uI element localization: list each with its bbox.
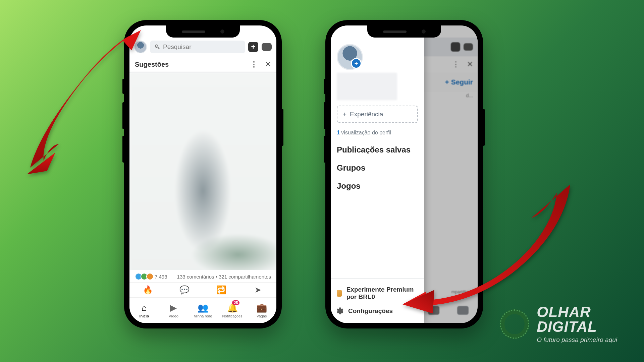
nav-home[interactable]: ⌂ Início bbox=[129, 298, 159, 323]
plus-icon: + bbox=[343, 111, 346, 118]
nav-video[interactable]: ▶ Vídeo bbox=[159, 298, 189, 323]
nav-notifications[interactable]: 🔔 25 Notificações bbox=[218, 298, 247, 323]
add-experience-button[interactable]: + Experiência bbox=[337, 106, 418, 123]
phone-notch bbox=[367, 25, 441, 38]
send-button[interactable]: ➤ bbox=[240, 283, 277, 297]
add-photo-icon[interactable]: + bbox=[351, 58, 362, 69]
profile-views[interactable]: 1 visualização do perfil bbox=[337, 130, 418, 136]
experience-label: Experiência bbox=[350, 111, 383, 118]
notification-badge: 25 bbox=[232, 300, 239, 305]
menu-saved-posts[interactable]: Publicações salvas bbox=[337, 145, 418, 155]
repost-button[interactable]: 🔁 bbox=[203, 283, 240, 297]
annotation-arrow-settings bbox=[402, 181, 577, 315]
profile-avatar[interactable]: + bbox=[337, 44, 361, 68]
settings-label: Configurações bbox=[348, 307, 393, 315]
brand-tagline: O futuro passa primeiro aqui bbox=[537, 336, 617, 344]
reaction-icons bbox=[135, 273, 152, 280]
messages-button[interactable] bbox=[262, 43, 272, 51]
react-button[interactable]: 🔥 bbox=[129, 283, 166, 297]
reactions-count: 7.493 bbox=[155, 274, 167, 280]
post-actions: 🔥 💬 🔁 ➤ bbox=[129, 282, 276, 298]
bottom-nav: ⌂ Início ▶ Vídeo 👥 Minha rede 🔔 25 Notif… bbox=[129, 298, 276, 323]
gear-icon bbox=[337, 308, 343, 314]
kebab-menu-icon[interactable]: ⋮ bbox=[250, 60, 258, 69]
post-reactions[interactable]: 7.493 133 comentários • 321 compartilham… bbox=[129, 270, 276, 283]
power-button bbox=[483, 109, 485, 146]
power-button bbox=[281, 109, 283, 146]
menu-groups[interactable]: Grupos bbox=[337, 163, 418, 173]
comment-button[interactable]: 💬 bbox=[166, 283, 203, 297]
phone-notch bbox=[166, 25, 240, 38]
volume-button bbox=[324, 102, 326, 129]
home-icon: ⌂ bbox=[142, 303, 147, 313]
comments-shares: 133 comentários • 321 compartilhamentos bbox=[177, 274, 271, 280]
briefcase-icon: 💼 bbox=[256, 303, 267, 313]
premium-icon bbox=[337, 290, 342, 297]
network-icon: 👥 bbox=[198, 303, 208, 313]
brand-line2: DIGITAL bbox=[537, 319, 617, 334]
profile-name-blurred bbox=[337, 73, 397, 100]
compose-button[interactable]: + bbox=[248, 42, 258, 52]
close-icon[interactable]: ✕ bbox=[265, 60, 271, 69]
nav-network[interactable]: 👥 Minha rede bbox=[188, 298, 218, 323]
volume-button bbox=[324, 136, 326, 163]
nav-jobs[interactable]: 💼 Vagas bbox=[247, 298, 276, 323]
video-icon: ▶ bbox=[170, 303, 177, 313]
volume-button bbox=[324, 79, 326, 94]
annotation-arrow-avatar bbox=[23, 27, 168, 188]
